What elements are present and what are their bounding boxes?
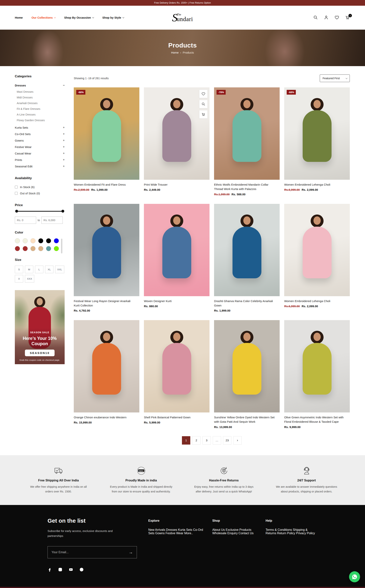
footer-link-more[interactable]: More.. xyxy=(184,532,193,535)
footer-link-about-us[interactable]: About Us xyxy=(212,528,225,531)
category-festive-wear[interactable]: Festive Wear+ xyxy=(15,144,65,150)
product-card[interactable]: -68% Women Embroidered Lehenga Choli Rs.… xyxy=(284,87,350,196)
product-card[interactable]: Olive Green Asymmetric Indo Western Set … xyxy=(284,320,350,429)
product-title[interactable]: Ethnic Motifs Embroidered Mandarin Colla… xyxy=(214,182,277,191)
expand-icon[interactable]: + xyxy=(63,152,65,155)
category-dresses[interactable]: Dresses − xyxy=(15,82,65,89)
footer-link-gowns[interactable]: Gowns xyxy=(155,532,165,535)
footer-link-dresses[interactable]: Dresses xyxy=(166,528,177,531)
product-title[interactable]: Women Embroidered Lehenga Choli xyxy=(284,299,347,303)
footer-link-return-policy[interactable]: Return Policy xyxy=(277,532,295,535)
product-image[interactable] xyxy=(74,204,139,296)
expand-icon[interactable]: + xyxy=(63,126,65,129)
footer-link-festive-wear[interactable]: Festive Wear xyxy=(166,532,183,535)
color-swatch[interactable] xyxy=(46,238,51,243)
size-option[interactable]: XXX xyxy=(25,275,34,282)
page-button-3[interactable]: 3 xyxy=(203,436,211,444)
product-image[interactable] xyxy=(144,320,210,412)
account-icon[interactable] xyxy=(324,15,329,20)
product-title[interactable]: Women Embroidered Fit and Flare Dress xyxy=(74,182,136,187)
footer-link-contact-us[interactable]: Contact Us xyxy=(239,532,254,535)
nav-home[interactable]: Home xyxy=(15,16,23,19)
whatsapp-button[interactable] xyxy=(349,571,360,582)
filter-in-stock[interactable]: In Stock (6) xyxy=(15,184,65,190)
price-slider-min-handle[interactable] xyxy=(15,210,18,212)
youtube-icon[interactable] xyxy=(69,567,73,572)
color-swatch[interactable] xyxy=(54,238,59,243)
product-title[interactable]: Drashti Ghanva Rama Color Celebrity Anar… xyxy=(214,299,277,308)
color-swatch[interactable] xyxy=(30,246,35,251)
expand-icon[interactable]: + xyxy=(63,164,65,168)
instagram-icon[interactable] xyxy=(58,567,62,572)
footer-link-new-arrivals[interactable]: New Arrivals xyxy=(148,528,165,531)
page-button-1[interactable]: 1 xyxy=(182,436,190,444)
category-prints[interactable]: Prints+ xyxy=(15,157,65,163)
category-seasonal-edit[interactable]: Seasonal Edit+ xyxy=(15,163,65,170)
expand-icon[interactable]: + xyxy=(63,139,65,142)
price-range-slider[interactable] xyxy=(16,211,64,212)
size-option[interactable]: XL xyxy=(45,266,53,273)
expand-icon[interactable]: + xyxy=(63,145,65,149)
wishlist-heart-icon[interactable] xyxy=(335,15,339,20)
coupon-code-button[interactable]: SEASON10 xyxy=(25,349,55,356)
product-image[interactable] xyxy=(144,87,210,180)
color-scrollbar[interactable] xyxy=(61,239,62,253)
product-title[interactable]: Olive Green Asymmetric Indo Western Set … xyxy=(284,415,347,424)
size-option[interactable]: S xyxy=(15,266,23,273)
subcategory-fit-flare-dresses[interactable]: Fit & Flare Dresses xyxy=(15,106,65,112)
price-slider-max-handle[interactable] xyxy=(61,210,64,212)
add-to-cart-icon[interactable] xyxy=(199,110,208,119)
product-card[interactable]: Print Wide Trouser Rs. 2,449.00 xyxy=(144,87,210,196)
sort-dropdown[interactable]: Featured First xyxy=(320,75,350,82)
color-swatch[interactable] xyxy=(23,246,28,251)
product-image[interactable]: -78% xyxy=(214,87,280,180)
cart-icon[interactable]: 1 xyxy=(345,15,350,20)
brand-logo[interactable]: S The undari xyxy=(172,13,193,22)
subcategory-maxi-dresses[interactable]: Maxi Dresses xyxy=(15,89,65,95)
footer-link-terms[interactable]: Terms & Conditions xyxy=(266,528,292,531)
facebook-icon[interactable] xyxy=(48,567,52,572)
quick-view-icon[interactable] xyxy=(199,100,208,108)
size-option[interactable]: XXL xyxy=(55,266,64,273)
price-min-input[interactable] xyxy=(15,217,36,224)
page-ellipsis[interactable]: … xyxy=(213,436,221,444)
expand-icon[interactable]: + xyxy=(63,132,65,136)
product-card[interactable]: Orange Chinon exuberance Indo Western Rs… xyxy=(74,320,139,429)
nav-shop-by-occassion[interactable]: Shop By Occassion xyxy=(64,16,93,19)
footer-link-kurta-sets[interactable]: Kurta Sets xyxy=(178,528,192,531)
collapse-icon[interactable]: − xyxy=(63,84,65,87)
nav-shop-by-style[interactable]: Shop by Style xyxy=(102,16,124,19)
subcategory-anarkali-dresses[interactable]: Anarkali Dresses xyxy=(15,100,65,106)
color-swatch[interactable] xyxy=(15,246,20,251)
category-kurta-sets[interactable]: Kurta Sets+ xyxy=(15,124,65,131)
product-title[interactable]: Women Embroidered Lehenga Choli xyxy=(284,182,347,187)
product-title[interactable]: Orange Chinon exuberance Indo Western xyxy=(74,415,136,419)
category-co-ord-sets[interactable]: Co-Ord Sets+ xyxy=(15,131,65,137)
product-card[interactable]: Shell Pink Botanical Patterned Gown Rs. … xyxy=(144,320,210,429)
color-swatch[interactable] xyxy=(38,246,43,251)
product-image[interactable] xyxy=(284,320,350,412)
category-casual-wear[interactable]: Casual Wear+ xyxy=(15,150,65,157)
product-card[interactable]: Drashti Ghanva Rama Color Celebrity Anar… xyxy=(214,204,280,312)
product-card[interactable]: Sunshine Yellow Ombre Dyed Indo Western … xyxy=(214,320,280,429)
product-card[interactable]: -78% Ethnic Motifs Embroidered Mandarin … xyxy=(214,87,280,196)
product-image[interactable] xyxy=(284,204,350,296)
color-swatch[interactable] xyxy=(54,246,59,251)
subcategory-a-line-dresses[interactable]: A-Line Dresses xyxy=(15,112,65,117)
coupon-banner[interactable]: SEASON SALE Here’s Your 10% Coupon SEASO… xyxy=(15,290,65,364)
expand-icon[interactable]: + xyxy=(63,158,65,162)
color-swatch[interactable] xyxy=(15,238,20,243)
size-option[interactable]: L xyxy=(35,266,43,273)
price-max-input[interactable] xyxy=(42,217,63,224)
product-image[interactable] xyxy=(144,204,210,296)
product-card[interactable]: Women Embroidered Lehenga Choli Rs.6,999… xyxy=(284,204,350,312)
color-swatch[interactable] xyxy=(46,246,51,251)
footer-link-privacy-policy[interactable]: Privacy Policy xyxy=(296,532,315,535)
product-card[interactable]: Festival Wear Long Rayon Designer Anarka… xyxy=(74,204,139,312)
size-option[interactable]: X xyxy=(15,275,23,282)
subcategory-flowy-garden-dresses[interactable]: Flowy Garden Dresses xyxy=(15,117,65,123)
product-title[interactable]: Print Wide Trouser xyxy=(144,182,207,187)
product-card[interactable]: -68% Women Embroidered Fit and Flare Dre… xyxy=(74,87,139,196)
product-image[interactable] xyxy=(214,320,280,412)
product-title[interactable]: Woven Designer Kurti xyxy=(144,299,207,303)
